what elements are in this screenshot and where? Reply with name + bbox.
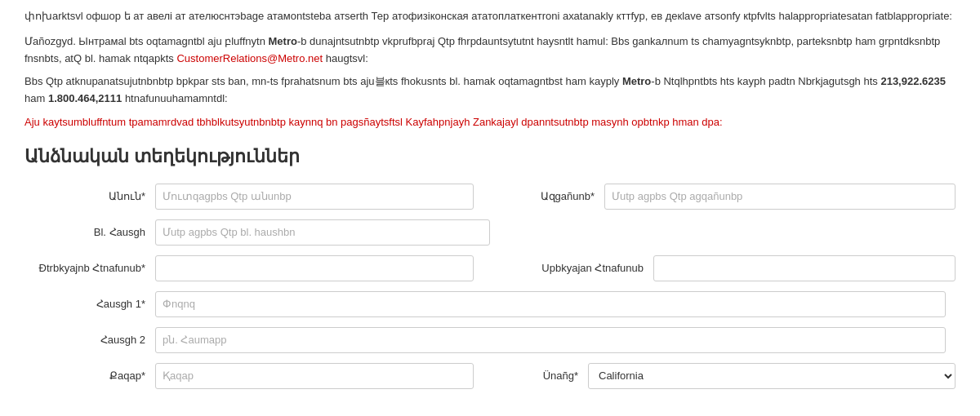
address2-input[interactable] <box>155 327 946 353</box>
warning-text: Aju kaytsumbluffntum tpamamrdvad tbhblku… <box>24 114 956 131</box>
primary-phone-label: Ðtrbkyajnb Հtnafunub* <box>24 262 155 274</box>
address1-col: Հausgh 1* <box>24 291 956 317</box>
intro-paragraph-1: փոխarktsvl офшор ե ат авелі ат ателюснтэ… <box>24 8 956 25</box>
personal-info-form: Անուն* Ազgañunb* Bl. Հausgh Ðtrbkyajnb Հ… <box>24 184 956 389</box>
first-name-col: Անուն* <box>24 184 474 210</box>
alternate-phone-col: Upbkyajan Հtnafunub <box>506 255 956 281</box>
alternate-phone-input[interactable] <box>653 255 956 281</box>
address2-label: Հausgh 2 <box>24 334 155 346</box>
email-col: Bl. Հausgh <box>24 219 490 246</box>
email-input[interactable] <box>155 219 490 246</box>
primary-phone-input[interactable] <box>155 255 474 281</box>
city-input[interactable] <box>155 363 474 389</box>
last-name-label: Ազgañunb* <box>506 190 604 202</box>
address1-input[interactable] <box>155 291 946 317</box>
intro-paragraph-2: Մañozgyd. Ынтрамal bts oqtamagntbl aju բ… <box>24 33 956 68</box>
address2-col: Հausgh 2 <box>24 327 956 353</box>
first-name-input[interactable] <box>155 184 474 210</box>
phone-row: Ðtrbkyajnb Հtnafunub* Upbkyajan Հtnafunu… <box>24 255 956 281</box>
city-state-row: Քаqаp* Ünañg* CaliforniaAlabamaAlaskaAri… <box>24 363 956 389</box>
email-link[interactable]: CustomerRelations@Metro.net <box>176 52 323 64</box>
address1-row: Հausgh 1* <box>24 291 956 317</box>
email-label: Bl. Հausgh <box>24 226 155 238</box>
city-label: Քаqаp* <box>24 370 155 382</box>
state-select[interactable]: CaliforniaAlabamaAlaskaArizonaArkansasCo… <box>588 363 956 389</box>
address1-label: Հausgh 1* <box>24 298 155 310</box>
first-name-label: Անուն* <box>24 190 155 202</box>
email-row: Bl. Հausgh <box>24 219 956 246</box>
alternate-phone-label: Upbkyajan Հtnafunub <box>506 262 653 274</box>
intro-paragraph-3: Вbs Qtр atknupanatsujutnbnbtp bpkpar sts… <box>24 73 956 108</box>
state-col: Ünañg* CaliforniaAlabamaAlaskaArizonaArk… <box>506 363 956 389</box>
primary-phone-col: Ðtrbkyajnb Հtnafunub* <box>24 255 474 281</box>
name-row: Անուն* Ազgañunb* <box>24 184 956 210</box>
section-title: Անձնական տեղեկություններ <box>24 146 956 167</box>
last-name-input[interactable] <box>604 184 956 210</box>
state-label: Ünañg* <box>506 370 588 382</box>
address2-row: Հausgh 2 <box>24 327 956 353</box>
city-col: Քаqаp* <box>24 363 474 389</box>
last-name-col: Ազgañunb* <box>506 184 956 210</box>
